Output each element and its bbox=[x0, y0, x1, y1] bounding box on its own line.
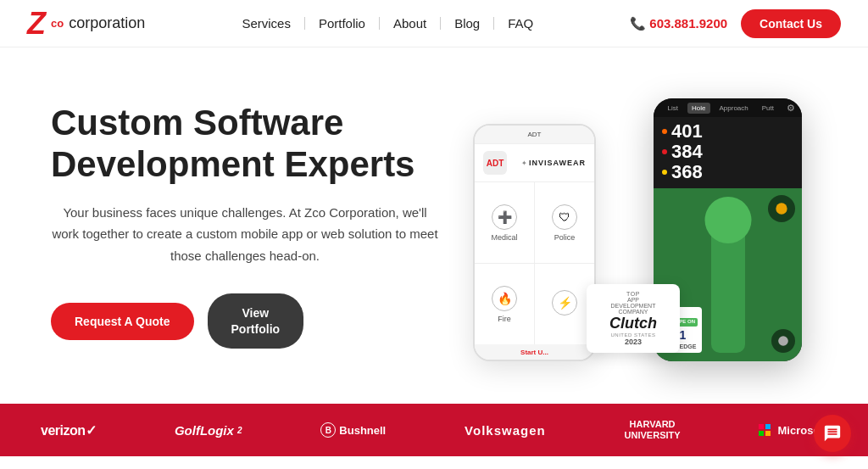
hero-images: ADT ADT ✦ INVISAWEAR ➕ Medical 🛡 Police bbox=[439, 81, 827, 370]
golf-camera-icon bbox=[768, 195, 795, 222]
tab-hole: Hole bbox=[687, 103, 709, 114]
score-dot-3 bbox=[662, 170, 667, 175]
golf-green bbox=[704, 197, 751, 243]
hero-buttons: Request A Quote View Portfolio bbox=[51, 293, 439, 348]
hero-section: Custom Software Development Experts Your… bbox=[0, 47, 868, 404]
view-portfolio-button[interactable]: View Portfolio bbox=[208, 293, 304, 348]
microsoft-icon bbox=[759, 424, 771, 436]
phone-cell-police: 🛡 Police bbox=[535, 182, 594, 263]
svg-point-1 bbox=[778, 336, 788, 346]
hero-text-block: Custom Software Development Experts Your… bbox=[51, 103, 439, 348]
logo-co-text: co bbox=[51, 17, 64, 30]
nav-portfolio[interactable]: Portfolio bbox=[305, 17, 380, 30]
phone-mockup-left: ADT ADT ✦ INVISAWEAR ➕ Medical 🛡 Police bbox=[473, 124, 596, 361]
client-logo-volkswagen: Volkswagen bbox=[465, 423, 546, 438]
golf-scores-block: 401 384 368 bbox=[654, 117, 802, 188]
logo[interactable]: Z co corporation bbox=[27, 8, 145, 39]
bushnell-icon: B bbox=[320, 422, 336, 438]
core-services-section: Our Core Development Services bbox=[0, 456, 868, 469]
client-logos-band: verizon✓ GolfLogix2 B Bushnell Volkswage… bbox=[0, 404, 868, 456]
score-row-2: 384 bbox=[662, 142, 793, 161]
golf-topbar: List Hole Approach Putt ⚙ bbox=[654, 98, 802, 117]
phone-icon: 📞 bbox=[630, 16, 646, 31]
client-logo-bushnell: B Bushnell bbox=[320, 422, 386, 438]
phone-left-bottom: Start U... bbox=[475, 344, 594, 360]
phone-text: 603.881.9200 bbox=[649, 16, 727, 31]
score-row-3: 368 bbox=[662, 163, 793, 181]
fire-icon: 🔥 bbox=[492, 286, 517, 311]
medical-label: Medical bbox=[491, 233, 517, 242]
tab-putt: Putt bbox=[758, 103, 778, 114]
clutch-brand-name: Clutch bbox=[597, 315, 670, 332]
score-num-1: 401 bbox=[671, 122, 703, 141]
clutch-line3: DEVELOPMENT COMPANY bbox=[597, 303, 670, 315]
score-num-3: 368 bbox=[671, 163, 703, 181]
clutch-line1: TOP bbox=[597, 291, 670, 297]
phone-cell-extra: ⚡ bbox=[535, 264, 594, 344]
phone-cell-medical: ➕ Medical bbox=[475, 182, 534, 263]
golf-share-icon bbox=[771, 329, 795, 353]
header-right: 📞 603.881.9200 Contact Us bbox=[630, 9, 841, 38]
client-logo-golflogix: GolfLogix2 bbox=[175, 423, 242, 438]
nav-about[interactable]: About bbox=[380, 17, 441, 30]
request-quote-button[interactable]: Request A Quote bbox=[51, 303, 194, 340]
clutch-line2: APP bbox=[597, 297, 670, 303]
score-dot-1 bbox=[662, 129, 667, 134]
chat-icon bbox=[823, 424, 842, 443]
nav-faq[interactable]: FAQ bbox=[494, 17, 547, 30]
score-dot-2 bbox=[662, 149, 667, 154]
clutch-year: 2023 bbox=[597, 338, 670, 346]
svg-point-0 bbox=[776, 203, 787, 214]
hero-description: Your business faces unique challenges. A… bbox=[51, 202, 439, 267]
client-logo-harvard: HARVARDUNIVERSITY bbox=[625, 419, 681, 441]
nav-services[interactable]: Services bbox=[228, 17, 305, 30]
logo-corporation-text: corporation bbox=[69, 14, 145, 32]
logo-z-letter: Z bbox=[27, 8, 46, 39]
phone-cell-fire: 🔥 Fire bbox=[475, 264, 534, 344]
score-num-2: 384 bbox=[671, 142, 703, 161]
phone-left-brand: INVISAWEAR bbox=[529, 159, 586, 167]
extra-icon: ⚡ bbox=[552, 290, 577, 315]
nav-blog[interactable]: Blog bbox=[441, 17, 494, 30]
phone-left-logo-area: ADT ✦ INVISAWEAR bbox=[475, 144, 594, 182]
chat-bubble-button[interactable] bbox=[814, 415, 851, 452]
phone-left-topbar: ADT bbox=[475, 126, 594, 144]
score-row-1: 401 bbox=[662, 122, 793, 141]
fire-label: Fire bbox=[498, 315, 511, 323]
main-nav: Services Portfolio About Blog FAQ bbox=[228, 17, 547, 30]
client-logo-verizon: verizon✓ bbox=[41, 422, 96, 438]
contact-us-button[interactable]: Contact Us bbox=[741, 9, 841, 38]
tab-approach: Approach bbox=[715, 103, 753, 114]
hero-heading: Custom Software Development Experts bbox=[51, 103, 439, 185]
police-icon: 🛡 bbox=[552, 204, 577, 230]
phone-left-grid: ➕ Medical 🛡 Police 🔥 Fire ⚡ bbox=[475, 182, 594, 344]
tab-list: List bbox=[664, 103, 682, 114]
medical-icon: ➕ bbox=[492, 204, 517, 230]
phone-number[interactable]: 📞 603.881.9200 bbox=[630, 16, 727, 31]
police-label: Police bbox=[554, 233, 576, 242]
clutch-award-badge: TOP APP DEVELOPMENT COMPANY Clutch UNITE… bbox=[587, 284, 680, 353]
